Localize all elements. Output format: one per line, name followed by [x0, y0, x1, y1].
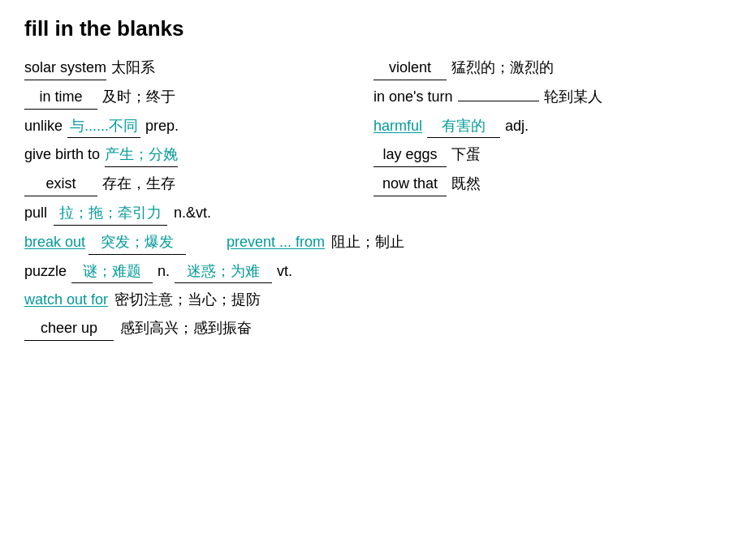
blank-give-birth: 产生；分娩 [105, 143, 178, 167]
text-watchout-cn: 密切注意；当心；提防 [114, 288, 261, 312]
blank-cheer-up: cheer up [24, 317, 114, 341]
text-exist-cn: 存在，生存 [102, 172, 175, 196]
col-unlike: unlike 与......不同 prep. [24, 114, 374, 139]
blank-unlike: 与......不同 [67, 114, 140, 139]
text-puzzle-vt: vt. [277, 260, 292, 283]
row-cheerup: cheer up 感到高兴；感到振奋 [24, 317, 723, 341]
link-watch-out-for: watch out for [24, 288, 108, 312]
text-cheerup-cn: 感到高兴；感到振奋 [120, 317, 252, 340]
link-break-out: break out [24, 230, 85, 254]
text-in-ones-turn: in one's turn [374, 85, 453, 109]
blank-pull-cn: 拉；拖；牵引力 [54, 201, 167, 226]
col-layeggs: lay eggs 下蛋 [374, 143, 723, 167]
row-unlike-harmful: unlike 与......不同 prep. harmful 有害的 adj. [24, 114, 723, 139]
text-unlike: unlike [24, 114, 63, 138]
blank-solar-system: solar system [24, 56, 106, 80]
col-solar: solar system 太阳系 [24, 56, 374, 80]
row-watchout: watch out for 密切注意；当心；提防 [24, 288, 723, 312]
text-oneturn-cn: 轮到某人 [544, 85, 602, 109]
col-intime: in time 及时；终于 [24, 85, 374, 110]
row-givebirth-layeggs: give birth to 产生；分娩 lay eggs 下蛋 [24, 143, 723, 167]
blank-puzzle-verb-cn: 迷惑；为难 [175, 260, 272, 284]
text-puzzle-n: n. [158, 260, 170, 283]
row-puzzle: puzzle 谜；难题 n. 迷惑；为难 vt. [24, 260, 723, 284]
blank-now-that: now that [374, 172, 447, 196]
col-inoneturn: in one's turn 轮到某人 [374, 85, 723, 109]
blank-violent: violent [374, 56, 447, 80]
text-layeggs-cn: 下蛋 [451, 143, 481, 166]
blank-ones-turn [458, 101, 539, 101]
col-nowthat: now that 既然 [374, 172, 723, 196]
col-givebirth: give birth to 产生；分娩 [24, 143, 374, 167]
text-intime-cn: 及时；终于 [102, 85, 175, 109]
row-exist-nowthat: exist 存在，生存 now that 既然 [24, 172, 723, 196]
row-breakout-prevent: break out 突发；爆发 prevent ... from 阻止；制止 [24, 230, 723, 255]
text-pull-pos: n.&vt. [174, 201, 211, 225]
content-area: solar system 太阳系 violent 猛烈的；激烈的 in time… [24, 56, 723, 341]
text-violent-cn: 猛烈的；激烈的 [451, 56, 554, 80]
text-nowthat-cn: 既然 [451, 172, 481, 196]
col-exist: exist 存在，生存 [24, 172, 374, 196]
page-title: fill in the blanks [24, 16, 723, 41]
blank-harmful-cn: 有害的 [427, 114, 500, 139]
row-solar-violent: solar system 太阳系 violent 猛烈的；激烈的 [24, 56, 723, 80]
col-violent: violent 猛烈的；激烈的 [374, 56, 723, 80]
text-unlike-pos: prep. [145, 114, 179, 138]
text-give-birth-to: give birth to [24, 143, 100, 166]
blank-breakout-cn: 突发；爆发 [89, 230, 186, 255]
text-puzzle: puzzle [24, 260, 67, 283]
row-pull: pull 拉；拖；牵引力 n.&vt. [24, 201, 723, 226]
col-harmful: harmful 有害的 adj. [374, 114, 723, 139]
text-prevent-cn: 阻止；制止 [331, 230, 404, 254]
text-solar-cn: 太阳系 [111, 56, 155, 80]
blank-lay-eggs: lay eggs [374, 143, 447, 167]
text-harmful-pos: adj. [505, 114, 529, 138]
blank-puzzle-noun-cn: 谜；难题 [71, 260, 153, 284]
blank-in-time: in time [24, 85, 97, 110]
link-prevent-from: prevent ... from [227, 230, 325, 254]
blank-exist: exist [24, 172, 97, 196]
row-intime-inoneturn: in time 及时；终于 in one's turn 轮到某人 [24, 85, 723, 110]
link-harmful: harmful [374, 114, 422, 138]
text-pull: pull [24, 201, 47, 225]
